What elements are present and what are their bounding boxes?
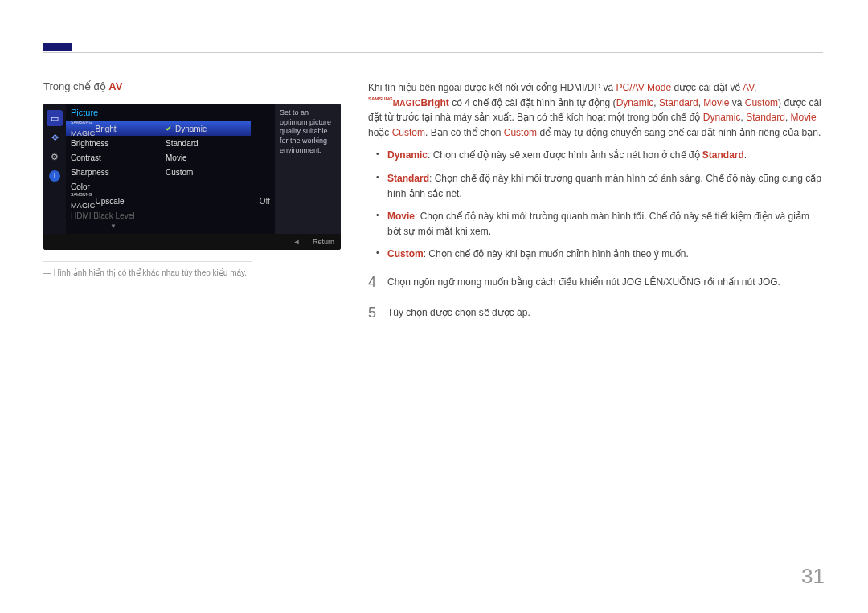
header-rule [43, 43, 823, 53]
mode-name: AV [108, 80, 122, 92]
sub-item-dynamic[interactable]: ✔Dynamic [161, 121, 251, 136]
left-column: Trong chế độ AV ▭ ✥ ⚙ i Picture SAMSUNGM… [43, 80, 349, 277]
osd-footer: ◄ Return [43, 234, 341, 250]
monitor-icon[interactable]: ▭ [47, 110, 63, 126]
osd-sidebar: ▭ ✥ ⚙ i [43, 104, 66, 234]
info-icon[interactable]: i [47, 168, 63, 184]
step-text: Chọn ngôn ngữ mong muốn bằng cách điều k… [387, 272, 823, 294]
right-column: Khi tín hiệu bên ngoài được kết nối với … [368, 80, 823, 333]
osd-menu: Picture SAMSUNGMAGICBright Brightness Co… [66, 104, 161, 234]
bullet-custom: Custom: Chọn chế độ này khi bạn muốn chỉ… [368, 247, 823, 262]
step-5: 5 Tùy chọn được chọn sẽ được áp. [368, 302, 823, 325]
bullet-standard: Standard: Chọn chế độ này khi môi trường… [368, 171, 823, 201]
return-label[interactable]: Return [313, 238, 334, 246]
footnote: Hình ảnh hiển thị có thể khác nhau tùy t… [43, 268, 349, 277]
value-upscale: Off [251, 194, 275, 208]
sub-item-standard[interactable]: Standard [161, 136, 251, 150]
resize-icon[interactable]: ✥ [47, 129, 63, 145]
sub-item-movie[interactable]: Movie [161, 150, 251, 165]
osd-title: Picture [66, 104, 161, 121]
intro-paragraph: Khi tín hiệu bên ngoài được kết nối với … [368, 80, 823, 140]
osd-submenu: ✔Dynamic Standard Movie Custom [161, 104, 251, 234]
menu-item-hdmi-black: HDMI Black Level [66, 208, 161, 223]
menu-item-brightness[interactable]: Brightness [66, 136, 161, 150]
header-accent [43, 43, 72, 51]
bullet-dynamic: Dynamic: Chọn chế độ này sẽ xem được hìn… [368, 148, 823, 163]
step-4: 4 Chọn ngôn ngữ mong muốn bằng cách điều… [368, 272, 823, 294]
bullet-movie: Movie: Chọn chế độ này khi môi trường qu… [368, 209, 823, 239]
osd-value-col: Off [251, 104, 275, 234]
footnote-rule [43, 261, 252, 262]
gear-icon[interactable]: ⚙ [47, 149, 63, 165]
mode-prefix: Trong chế độ [43, 80, 108, 92]
menu-item-magic-upscale[interactable]: SAMSUNGMAGICUpscale [66, 194, 161, 208]
sub-item-custom[interactable]: Custom [161, 165, 251, 179]
menu-item-contrast[interactable]: Contrast [66, 150, 161, 165]
step-number: 4 [368, 272, 387, 294]
steps: 4 Chọn ngôn ngữ mong muốn bằng cách điều… [368, 272, 823, 325]
step-text: Tùy chọn được chọn sẽ được áp. [387, 302, 823, 325]
page-number: 31 [801, 564, 825, 589]
step-number: 5 [368, 302, 387, 325]
osd-body: ▭ ✥ ⚙ i Picture SAMSUNGMAGICBright Brigh… [43, 104, 341, 234]
chevron-down-icon[interactable]: ▼ [66, 223, 161, 234]
mode-list: Dynamic: Chọn chế độ này sẽ xem được hìn… [368, 148, 823, 262]
mode-heading: Trong chế độ AV [43, 80, 349, 92]
osd-panel: ▭ ✥ ⚙ i Picture SAMSUNGMAGICBright Brigh… [43, 104, 341, 250]
chevron-left-icon[interactable]: ◄ [290, 238, 303, 246]
menu-item-magic-bright[interactable]: SAMSUNGMAGICBright [66, 121, 161, 136]
check-icon: ✔ [166, 125, 172, 133]
menu-item-sharpness[interactable]: Sharpness [66, 165, 161, 179]
osd-tooltip: Set to an optimum picture quality suitab… [275, 104, 341, 234]
